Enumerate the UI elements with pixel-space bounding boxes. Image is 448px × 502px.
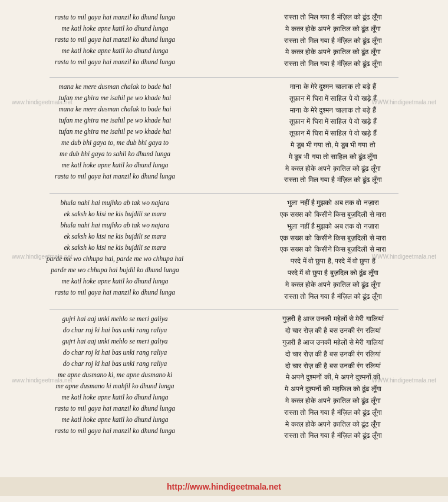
line: ek saksh ko kisi ne kis bujdili se mara: [64, 242, 166, 253]
line: मे अपने दुश्मनों की महफ़िल को ढूंढ लूँगा: [285, 384, 381, 395]
line: bhula nahi hai mujhko ab tak wo najara: [61, 197, 170, 209]
line: तूफ़ान में घिरा में साहिल पे वो खड़े हैं: [289, 116, 377, 128]
line: मे अपने दुश्मनों की, मे अपने दुश्मनों की: [286, 372, 381, 384]
line: रास्ता तो मिल गया है मंज़िल को ढूंढ लूँग…: [284, 12, 382, 24]
line: परदे में वो छुपा है बुज़दिल को ढूंढ लूँग…: [288, 267, 378, 279]
section-3-hindi: भुला नहीं है मुझको अब तक वो नज़ारा एक सख…: [224, 197, 442, 302]
line: ek saksh ko kisi ne kis bujdili se mara: [64, 209, 166, 220]
line: me katl hoke apne katil ko dhund lunga: [61, 414, 168, 425]
line: मे कत्ल होके अपने क़ातिल को ढूंढ लूँगा: [285, 279, 380, 291]
section-4-hindi: गुज़री है आज उनकी महेलों से मेरी गालियां…: [224, 313, 442, 442]
line: भुला नहीं है मुझको अब तक वो नज़ारा: [287, 221, 378, 233]
line: me apne dusmano ki mahfil ko dhund lunga: [56, 381, 174, 392]
line: मे डूब भी गया तो साहिल को ढूंढ लूँगा: [289, 151, 378, 163]
line: tufan me ghira me isahil pe wo khade hai: [59, 115, 171, 126]
section-1: rasta to mil gaya hai manzil ko dhund lu…: [6, 12, 442, 70]
line: मे कत्ल होके अपने क़ातिल को ढूंढ लूँगा: [285, 24, 380, 35]
line: bhula nahi hai mujhko ab tak wo najara: [61, 220, 170, 231]
line: मे कत्ल होके अपने क़ातिल को ढूंढ लूँगा: [285, 419, 380, 431]
line: गुज़री है आज उनकी महेलों से मेरी गालियां: [282, 337, 383, 349]
divider: [50, 193, 398, 194]
line: do char roj ki hai bas unki rang raliya: [63, 358, 167, 369]
footer-bar: http://www.hindigeetmala.net: [0, 477, 448, 496]
line: तूफ़ान में घिरा में साहिल पे वो खड़े हैं: [289, 128, 377, 140]
line: rasta to mil gaya hai manzil ko dhund lu…: [55, 171, 175, 182]
line: me katl hoke apne katil ko dhund lunga: [61, 45, 168, 57]
line: माना के मेरे दुश्मन चालाक तो बड़े हैं: [290, 105, 375, 117]
line: एक सख्स को किसीने किस बुज़दिली से मारा: [280, 209, 386, 221]
line: me dub bhi gaya to, me dub bhi gaya to: [61, 137, 169, 148]
line: दो चार रोज़ की है बस उनकी रंग रलियां: [285, 361, 381, 372]
line: mana ke mere dusman chalak to bade hai: [59, 104, 172, 115]
line: गुज़री है आज उनकी महेलों से मेरी गालियां: [282, 313, 383, 325]
line: रास्ता तो मिल गया है मंज़िल को ढूंढ लूँग…: [284, 35, 382, 47]
line: parde me wo chhupa hai, parde me wo chhu…: [47, 253, 183, 265]
section-1-hindi: रास्ता तो मिल गया है मंज़िल को ढूंढ लूँग…: [224, 12, 442, 70]
line: me dub bhi gaya to sahil ko dhund lunga: [60, 148, 170, 160]
section-1-english: rasta to mil gaya hai manzil ko dhund lu…: [6, 12, 224, 70]
section-4: gujri hai aaj unki mehlo se meri galiya …: [6, 313, 442, 442]
line: gujri hai aaj unki mehlo se meri galiya: [62, 336, 167, 347]
line: रास्ता तो मिल गया है मंज़िल को ढूंढ लूँग…: [284, 430, 382, 442]
line: माना के मेरे दुश्मन चालाक तो बड़े हैं: [290, 81, 375, 93]
section-4-english: gujri hai aaj unki mehlo se meri galiya …: [6, 313, 224, 442]
footer-url[interactable]: http://www.hindigeetmala.net: [167, 482, 281, 491]
section-2: mana ke mere dusman chalak to bade hai t…: [6, 81, 442, 186]
line: do char roj ki hai bas unki rang raliya: [63, 325, 167, 336]
line: me katl hoke apne katil ko dhund lunga: [61, 276, 168, 287]
line: me apne dusmano ki, me apne dusmano ki: [58, 369, 172, 381]
line: दो चार रोज़ की है बस उनकी रंग रलियां: [285, 325, 381, 337]
line: tufan me ghira me isahil pe wo khade hai: [59, 93, 171, 104]
line: रास्ता तो मिल गया है मंज़िल को ढूंढ लूँग…: [284, 407, 382, 419]
section-2-english: mana ke mere dusman chalak to bade hai t…: [6, 81, 224, 186]
divider: [50, 77, 398, 78]
line: एक सख्स को किसीने किस बुज़दिली से मारा: [280, 233, 386, 245]
line: rasta to mil gaya hai manzil ko dhund lu…: [55, 403, 175, 414]
line: rasta to mil gaya hai manzil ko dhund lu…: [55, 57, 175, 68]
section-3-english: bhula nahi hai mujhko ab tak wo najara e…: [6, 197, 224, 302]
line: तूफ़ान में घिरा में साहिल पे वो खड़े हैं: [289, 93, 377, 105]
line: rasta to mil gaya hai manzil ko dhund lu…: [55, 34, 175, 45]
line: mana ke mere dusman chalak to bade hai: [59, 81, 172, 93]
line: gujri hai aaj unki mehlo se meri galiya: [62, 313, 167, 325]
section-2-hindi: माना के मेरे दुश्मन चालाक तो बड़े हैं तू…: [224, 81, 442, 186]
line: rasta to mil gaya hai manzil ko dhund lu…: [55, 425, 175, 437]
line: do char roj ki hai bas unki rang raliya: [63, 347, 167, 358]
line: rasta to mil gaya hai manzil ko dhund lu…: [55, 12, 175, 23]
line: ek saksh ko kisi ne kis bujdili se mara: [64, 231, 166, 242]
line: rasta to mil gaya hai manzil ko dhund lu…: [55, 287, 175, 298]
line: रास्ता तो मिल गया है मंज़िल को ढूंढ लूँग…: [284, 174, 382, 186]
line: me katl hoke apne katil ko dhund lunga: [61, 23, 168, 34]
line: parde me wo chhupa hai bujdil ko dhund l…: [51, 265, 179, 276]
page-container: rasta to mil gaya hai manzil ko dhund lu…: [0, 0, 448, 502]
line: tufan me ghira me isahil pe wo khade hai: [59, 126, 171, 137]
line: रास्ता तो मिल गया है मंज़िल को ढूंढ लूँग…: [284, 58, 382, 70]
line: मे कत्ल होके अपने क़ातिल को ढूंढ लूँगा: [285, 163, 380, 175]
line: रास्ता तो मिल गया है मंज़िल को ढूंढ लूँग…: [284, 291, 382, 303]
line: दो चार रोज़ की है बस उनकी रंग रलियां: [285, 349, 381, 361]
section-3: bhula nahi hai mujhko ab tak wo najara e…: [6, 197, 442, 302]
line: me katl hoke apne katil ko dhund lunga: [61, 392, 168, 403]
line: मे कत्ल होके अपने क़ातिल को ढूंढ लूँगा: [285, 47, 380, 58]
line: परदे में वो छुपा है, परदे में वो छुपा है: [291, 256, 375, 267]
line: मे डूब भी गया तो, मे डूब भी गया तो: [291, 140, 375, 151]
line: भुला नहीं है मुझको अब तक वो नज़ारा: [287, 197, 378, 209]
divider: [50, 309, 398, 310]
line: मे कत्ल होके अपने क़ातिल को ढूंढ लूँगा: [285, 395, 380, 407]
line: एक सख्स को किसीने किस बुज़दिली से मारा: [280, 244, 386, 256]
line: me katl hoke apne katil ko dhund lunga: [61, 160, 168, 171]
